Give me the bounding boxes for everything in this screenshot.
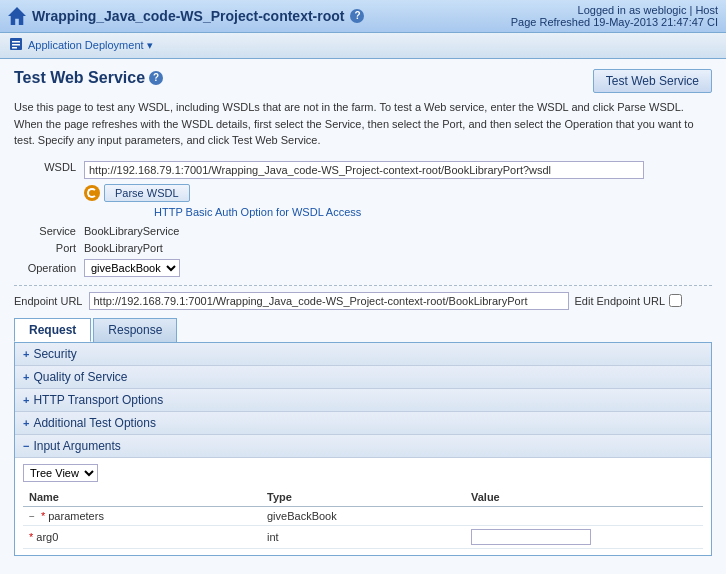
row-type-arg0: int <box>261 525 465 548</box>
col-header-type: Type <box>261 488 465 507</box>
section-http-transport-header[interactable]: + HTTP Transport Options <box>15 389 711 411</box>
endpoint-row: Endpoint URL Edit Endpoint URL <box>14 285 712 310</box>
page-refreshed-value: 19-May-2013 21:47:47 CI <box>593 16 718 28</box>
section-security: + Security <box>15 343 711 366</box>
input-args-body: Tree View Name Type Value <box>15 458 711 555</box>
test-web-service-button[interactable]: Test Web Service <box>593 69 712 93</box>
header-info: Logged in as weblogic | Host Page Refres… <box>511 4 718 28</box>
breadcrumb-icon <box>8 36 24 55</box>
svg-rect-2 <box>12 44 20 46</box>
svg-rect-3 <box>12 47 17 49</box>
section-http-transport: + HTTP Transport Options <box>15 389 711 412</box>
row-name-arg0: * arg0 <box>23 525 261 548</box>
tree-expand-parameters[interactable]: − <box>29 511 35 522</box>
page-refreshed: Page Refreshed <box>511 16 594 28</box>
row-value-arg0 <box>465 525 703 548</box>
qos-label: Quality of Service <box>33 370 127 384</box>
section-additional-test-header[interactable]: + Additional Test Options <box>15 412 711 434</box>
col-header-name: Name <box>23 488 261 507</box>
wsdl-row: WSDL <box>14 161 712 179</box>
row-name-parameters: − * parameters <box>23 506 261 525</box>
arg0-value-input[interactable] <box>471 529 591 545</box>
service-value: BookLibraryService <box>84 225 179 237</box>
input-args-expand-icon: − <box>23 440 29 452</box>
home-icon <box>8 7 26 25</box>
edit-endpoint-checkbox[interactable] <box>669 294 682 307</box>
help-icon[interactable]: ? <box>350 9 364 23</box>
additional-test-label: Additional Test Options <box>33 416 156 430</box>
service-row: Service BookLibraryService <box>14 225 712 237</box>
operation-label: Operation <box>14 262 84 274</box>
wsdl-label: WSDL <box>14 161 84 173</box>
logged-in-label: Logged in as <box>578 4 644 16</box>
qos-expand-icon: + <box>23 371 29 383</box>
wsdl-input[interactable] <box>84 161 644 179</box>
table-row: − * parameters giveBackBook <box>23 506 703 525</box>
logged-in-user: weblogic <box>644 4 687 16</box>
section-input-arguments: − Input Arguments Tree View Name Type Va… <box>15 435 711 555</box>
section-qos-header[interactable]: + Quality of Service <box>15 366 711 388</box>
section-security-header[interactable]: + Security <box>15 343 711 365</box>
app-title: Wrapping_Java_code-WS_Project-context-ro… <box>32 8 344 24</box>
additional-test-expand-icon: + <box>23 417 29 429</box>
tab-request[interactable]: Request <box>14 318 91 342</box>
breadcrumb-link[interactable]: Application Deployment ▾ <box>28 39 153 52</box>
operation-row: Operation giveBackBook <box>14 259 712 277</box>
tab-content: + Security + Quality of Service + HTTP T… <box>14 342 712 556</box>
svg-rect-1 <box>12 41 20 43</box>
page-description: Use this page to test any WSDL, includin… <box>14 99 694 149</box>
section-input-arguments-header[interactable]: − Input Arguments <box>15 435 711 458</box>
breadcrumb-nav: Application Deployment ▾ <box>0 33 726 59</box>
edit-endpoint-label: Edit Endpoint URL <box>575 295 666 307</box>
http-auth-link[interactable]: HTTP Basic Auth Option for WSDL Access <box>154 206 361 218</box>
host-separator: | Host <box>689 4 718 16</box>
tab-response[interactable]: Response <box>93 318 177 342</box>
page-header: Test Web Service ? Test Web Service <box>14 69 712 93</box>
row-value-parameters <box>465 506 703 525</box>
page-help-icon[interactable]: ? <box>149 71 163 85</box>
security-label: Security <box>33 347 76 361</box>
col-header-value: Value <box>465 488 703 507</box>
view-select-row: Tree View <box>23 464 703 482</box>
service-label: Service <box>14 225 84 237</box>
input-args-label: Input Arguments <box>33 439 120 453</box>
row-type-parameters: giveBackBook <box>261 506 465 525</box>
page-title: Test Web Service ? <box>14 69 163 87</box>
section-additional-test: + Additional Test Options <box>15 412 711 435</box>
operation-select[interactable]: giveBackBook <box>84 259 180 277</box>
port-row: Port BookLibraryPort <box>14 242 712 254</box>
page-title-header: Wrapping_Java_code-WS_Project-context-ro… <box>8 7 364 25</box>
parse-icon <box>84 185 100 201</box>
port-label: Port <box>14 242 84 254</box>
parse-wsdl-button[interactable]: Parse WSDL <box>104 184 190 202</box>
parse-btn-row: Parse WSDL <box>84 184 712 202</box>
main-content: Test Web Service ? Test Web Service Use … <box>0 59 726 574</box>
tabs-bar: Request Response <box>14 318 712 342</box>
section-qos: + Quality of Service <box>15 366 711 389</box>
port-value: BookLibraryPort <box>84 242 163 254</box>
endpoint-url-label: Endpoint URL <box>14 295 83 307</box>
security-expand-icon: + <box>23 348 29 360</box>
endpoint-url-input[interactable] <box>89 292 569 310</box>
table-row: * arg0 int <box>23 525 703 548</box>
form-section: WSDL Parse WSDL HTTP Basic Auth Option f… <box>14 161 712 277</box>
http-transport-expand-icon: + <box>23 394 29 406</box>
http-transport-label: HTTP Transport Options <box>33 393 163 407</box>
view-select[interactable]: Tree View <box>23 464 98 482</box>
header-top: Wrapping_Java_code-WS_Project-context-ro… <box>0 0 726 33</box>
args-table: Name Type Value − * parameters <box>23 488 703 549</box>
